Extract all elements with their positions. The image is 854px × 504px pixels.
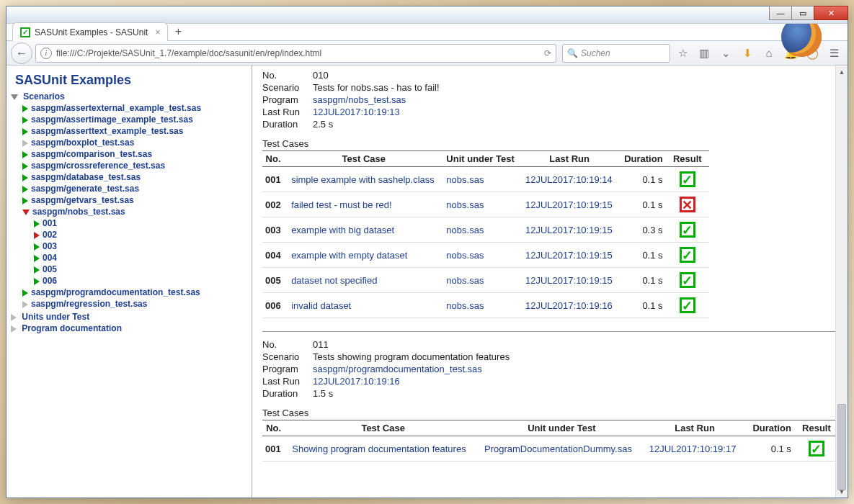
- result-pass-icon: ✓: [809, 441, 824, 456]
- menu-icon[interactable]: ☰: [824, 44, 843, 63]
- chevron-down-icon[interactable]: [11, 94, 18, 100]
- cell-uut[interactable]: nobs.sas: [443, 192, 522, 217]
- cell-uut[interactable]: nobs.sas: [443, 167, 522, 192]
- tree-item[interactable]: saspgm/assertimage_example_test.sas: [31, 114, 193, 125]
- cell-testcase[interactable]: simple example with sashelp.class: [288, 167, 443, 192]
- triangle-green-icon[interactable]: [22, 105, 28, 112]
- cell-uut[interactable]: nobs.sas: [443, 268, 522, 293]
- table-row: 004example with empty datasetnobs.sas12J…: [262, 243, 709, 268]
- tree-item[interactable]: saspgm/database_test.sas: [31, 172, 141, 182]
- result-pass-icon: ✓: [680, 272, 695, 288]
- tree-program-doc[interactable]: Program documentation: [22, 323, 122, 333]
- cell-lastrun: 12JUL2017:10:19:15: [522, 217, 621, 243]
- tree-item[interactable]: saspgm/comparison_test.sas: [31, 149, 152, 159]
- cell-uut[interactable]: nobs.sas: [443, 293, 522, 318]
- triangle-green-icon[interactable]: [22, 128, 28, 135]
- chevron-right-icon[interactable]: [11, 325, 17, 333]
- minimize-button[interactable]: —: [769, 6, 792, 20]
- browser-tab[interactable]: ✓ SASUnit Examples - SASUnit ×: [12, 22, 168, 41]
- cell-testcase[interactable]: invalid dataset: [288, 293, 443, 318]
- triangle-gray-icon[interactable]: [22, 301, 28, 308]
- notif-icon[interactable]: 🔔: [781, 44, 800, 63]
- label-scenario: Scenario: [262, 82, 313, 93]
- cell-testcase[interactable]: failed test - must be red!: [288, 192, 443, 217]
- main-panel: No.010 ScenarioTests for nobs.sas - has …: [252, 66, 848, 498]
- tree-item[interactable]: saspgm/assertexternal_example_test.sas: [31, 103, 201, 113]
- triangle-green-icon[interactable]: [34, 243, 40, 251]
- bookmark-star-icon[interactable]: ☆: [673, 44, 692, 63]
- triangle-green-icon[interactable]: [22, 117, 28, 124]
- triangle-green-icon[interactable]: [22, 186, 28, 193]
- cell-testcase[interactable]: example with empty dataset: [288, 243, 443, 268]
- tree-item[interactable]: saspgm/boxplot_test.sas: [31, 138, 134, 148]
- tree-child[interactable]: 004: [43, 253, 57, 263]
- search-box[interactable]: 🔍 Suchen: [562, 44, 670, 63]
- tree-item[interactable]: saspgm/asserttext_example_test.sas: [31, 126, 183, 136]
- val-no: 010: [313, 70, 329, 81]
- home-icon[interactable]: ⌂: [760, 44, 778, 63]
- cell-lastrun: 12JUL2017:10:19:14: [522, 167, 621, 192]
- triangle-green-icon[interactable]: [34, 278, 40, 285]
- result-pass-icon: ✓: [680, 297, 695, 313]
- tabstrip: ✓ SASUnit Examples - SASUnit × +: [6, 21, 848, 41]
- scroll-up-icon[interactable]: ▲: [836, 66, 848, 78]
- cell-uut[interactable]: nobs.sas: [443, 243, 522, 268]
- search-placeholder: Suchen: [581, 48, 610, 58]
- cell-testcase[interactable]: example with big dataset: [288, 217, 443, 243]
- tree-item[interactable]: saspgm/crossreference_test.sas: [31, 161, 165, 171]
- th-lastrun: Last Run: [522, 151, 621, 167]
- triangle-green-icon[interactable]: [34, 266, 40, 274]
- tree-item-active[interactable]: saspgm/nobs_test.sas: [32, 207, 125, 217]
- cases-table-2: No. Test Case Unit under Test Last Run D…: [262, 420, 839, 462]
- download-icon[interactable]: ⬇: [738, 44, 757, 63]
- addon-icon[interactable]: ◯: [803, 44, 822, 63]
- scroll-down-icon[interactable]: ▼: [836, 485, 848, 498]
- cell-result: ✓: [670, 268, 709, 293]
- triangle-gray-icon[interactable]: [22, 140, 28, 147]
- url-bar[interactable]: i file:///C:/Projekte/SASUnit_1.7/exampl…: [35, 44, 556, 63]
- tree-child[interactable]: 006: [43, 276, 57, 286]
- cell-uut[interactable]: nobs.sas: [443, 217, 522, 243]
- tree-units-under-test[interactable]: Units under Test: [22, 312, 89, 322]
- val-program[interactable]: saspgm/nobs_test.sas: [313, 94, 406, 105]
- label-duration: Duration: [262, 388, 313, 399]
- cell-no: 004: [262, 243, 288, 268]
- triangle-red-icon[interactable]: [34, 232, 40, 239]
- triangle-green-icon[interactable]: [22, 289, 28, 297]
- maximize-button[interactable]: ▭: [791, 6, 814, 20]
- info-icon[interactable]: i: [40, 48, 52, 59]
- scrollbar[interactable]: ▲ ▼: [835, 66, 848, 498]
- cell-testcase[interactable]: dataset not specified: [288, 268, 443, 293]
- table-row: 006invalid datasetnobs.sas12JUL2017:10:1…: [262, 293, 709, 318]
- cell-testcase[interactable]: Showing program documentation features: [289, 436, 481, 462]
- triangle-green-icon[interactable]: [22, 163, 28, 170]
- tree-scenarios[interactable]: Scenarios: [23, 91, 64, 102]
- triangle-down-red-icon[interactable]: [22, 210, 30, 215]
- library-icon[interactable]: ▥: [695, 44, 713, 63]
- close-button[interactable]: ✕: [814, 6, 848, 20]
- triangle-green-icon[interactable]: [22, 197, 28, 204]
- tree-child[interactable]: 003: [43, 241, 57, 251]
- triangle-green-icon[interactable]: [34, 220, 40, 228]
- cell-uut[interactable]: ProgramDocumentationDummy.sas: [481, 436, 646, 462]
- val-program[interactable]: saspgm/programdocumentation_test.sas: [313, 364, 482, 374]
- chevron-right-icon[interactable]: [11, 314, 17, 321]
- pocket-icon[interactable]: ⌄: [716, 44, 735, 63]
- tab-close-icon[interactable]: ×: [155, 27, 160, 37]
- triangle-green-icon[interactable]: [34, 255, 40, 262]
- triangle-green-icon[interactable]: [22, 174, 28, 181]
- tree-item[interactable]: saspgm/programdocumentation_test.sas: [31, 287, 200, 297]
- tree-item[interactable]: saspgm/getvars_test.sas: [31, 195, 134, 205]
- back-button[interactable]: ←: [11, 42, 32, 64]
- reload-icon[interactable]: ⟳: [544, 48, 551, 58]
- triangle-green-icon[interactable]: [22, 151, 28, 158]
- tree-item[interactable]: saspgm/regression_test.sas: [31, 299, 147, 309]
- cell-no: 002: [262, 192, 288, 217]
- cell-duration: 0.1 s: [621, 243, 670, 268]
- new-tab-button[interactable]: +: [169, 23, 187, 40]
- scroll-thumb[interactable]: [837, 404, 846, 490]
- tree-item[interactable]: saspgm/generate_test.sas: [31, 184, 139, 194]
- tree-child[interactable]: 002: [43, 230, 57, 240]
- tree-child[interactable]: 005: [43, 264, 57, 274]
- tree-child[interactable]: 001: [43, 218, 57, 228]
